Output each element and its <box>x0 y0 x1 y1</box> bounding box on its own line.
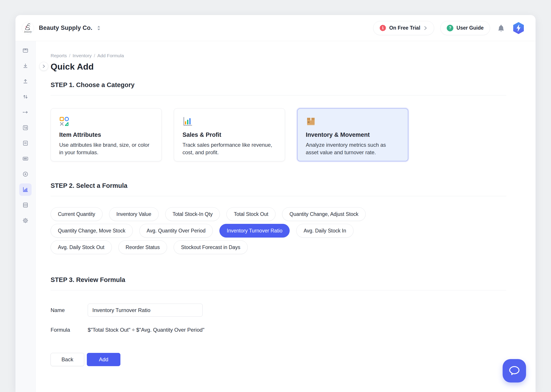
name-label: Name <box>51 307 88 313</box>
sidebar-item-add-new[interactable] <box>21 169 30 179</box>
sidebar-item-orders[interactable] <box>21 46 30 55</box>
breadcrumb-separator: / <box>94 53 95 58</box>
sidebar-nav <box>15 41 35 392</box>
app-window: beauty Beauty Supply Co. 1 On Free Trial <box>15 15 536 392</box>
formula-pill-total-stock-out[interactable]: Total Stock Out <box>226 207 276 221</box>
chat-bubble-icon <box>509 365 520 376</box>
section-divider <box>51 290 506 290</box>
sidebar-item-move[interactable] <box>21 107 30 117</box>
help-badge-icon: ? <box>447 25 453 31</box>
sidebar-item-transfer[interactable] <box>21 92 30 102</box>
company-name: Beauty Supply Co. <box>39 25 92 31</box>
user-avatar[interactable] <box>512 21 525 35</box>
shapes-icon <box>59 116 153 127</box>
sidebar-expand-button[interactable] <box>39 62 48 71</box>
trial-label: On Free Trial <box>389 25 420 31</box>
breadcrumb-add-formula[interactable]: Add Formula <box>98 53 124 58</box>
formula-pill-inventory-value[interactable]: Inventory Value <box>109 207 159 221</box>
formula-label: Formula <box>51 327 88 333</box>
sidebar-item-barcode[interactable] <box>21 154 30 163</box>
formula-pill-list: Current QuantityInventory ValueTotal Sto… <box>51 207 506 254</box>
trial-badge-icon: 1 <box>380 25 386 31</box>
free-trial-button[interactable]: 1 On Free Trial <box>373 21 434 35</box>
add-button[interactable]: Add <box>87 353 120 366</box>
back-button[interactable]: Back <box>51 353 84 366</box>
formula-pill-inventory-turnover-ratio[interactable]: Inventory Turnover Ratio <box>219 224 290 238</box>
category-card-inventory-movement[interactable]: Inventory & Movement Analyze inventory m… <box>297 108 408 161</box>
formula-pill-total-stock-in-qty[interactable]: Total Stock-In Qty <box>165 207 220 221</box>
chat-launcher-button[interactable] <box>503 359 526 383</box>
chevron-right-icon <box>423 25 428 31</box>
formula-pill-avg-daily-stock-out[interactable]: Avg. Daily Stock Out <box>51 240 112 254</box>
company-logo[interactable]: beauty <box>22 22 34 34</box>
category-card-item-attributes[interactable]: Item Attributes Use attributes like bran… <box>51 108 162 161</box>
notifications-bell-icon[interactable] <box>496 23 506 33</box>
package-icon <box>306 116 400 127</box>
sidebar-item-documents[interactable] <box>21 138 30 148</box>
top-header: beauty Beauty Supply Co. 1 On Free Trial <box>15 15 536 41</box>
category-card-sales-profit[interactable]: Sales & Profit Track sales performance l… <box>174 108 285 161</box>
breadcrumb-reports[interactable]: Reports <box>51 53 67 58</box>
section-divider <box>51 196 506 196</box>
formula-pill-reorder-status[interactable]: Reorder Status <box>119 240 167 254</box>
formula-pill-current-quantity[interactable]: Current Quantity <box>51 207 103 221</box>
sidebar-item-stock-out[interactable] <box>21 77 30 86</box>
formula-name-input[interactable] <box>88 304 202 317</box>
category-title: Inventory & Movement <box>306 132 400 138</box>
sidebar-item-settings[interactable] <box>21 216 30 225</box>
main-content: Reports / Inventory / Add Formula Quick … <box>35 41 536 392</box>
step1-heading: STEP 1. Choose a Category <box>51 81 506 89</box>
category-description: Use attributes like brand, size, or colo… <box>59 141 153 156</box>
category-title: Item Attributes <box>59 132 153 138</box>
category-description: Analyze inventory metrics such as asset … <box>306 141 400 156</box>
sidebar-item-database[interactable] <box>21 200 30 210</box>
company-switcher-icon[interactable] <box>96 25 101 31</box>
formula-pill-avg-daily-stock-in[interactable]: Avg. Daily Stock In <box>296 224 354 238</box>
sidebar-item-adjust[interactable] <box>21 123 30 133</box>
page-title: Quick Add <box>51 62 506 72</box>
sidebar-item-stock-in[interactable] <box>21 61 30 71</box>
breadcrumb-separator: / <box>69 53 70 58</box>
sidebar-item-reports[interactable] <box>19 183 32 196</box>
formula-pill-quantity-change-move-stock[interactable]: Quantity Change, Move Stock <box>51 224 133 238</box>
formula-pill-stockout-forecast-in-days[interactable]: Stockout Forecast in Days <box>174 240 247 254</box>
category-description: Track sales performance like revenue, co… <box>182 141 276 156</box>
formula-pill-avg-quantity-over-period[interactable]: Avg. Quantity Over Period <box>139 224 213 238</box>
step2-heading: STEP 2. Select a Formula <box>51 182 506 189</box>
formula-expression: $"Total Stock Out" ÷ $"Avg. Quantity Ove… <box>88 327 204 333</box>
page: beauty Beauty Supply Co. 1 On Free Trial <box>0 0 551 392</box>
breadcrumb: Reports / Inventory / Add Formula <box>51 53 506 58</box>
user-guide-label: User Guide <box>456 25 484 31</box>
svg-text:beauty: beauty <box>24 30 32 33</box>
category-cards: Item Attributes Use attributes like bran… <box>51 108 506 161</box>
formula-pill-quantity-change-adjust-stock[interactable]: Quantity Change, Adjust Stock <box>282 207 366 221</box>
category-title: Sales & Profit <box>182 132 276 138</box>
user-guide-button[interactable]: ? User Guide <box>440 21 490 35</box>
breadcrumb-inventory[interactable]: Inventory <box>72 53 91 58</box>
step3-heading: STEP 3. Review Formula <box>51 276 506 284</box>
bar-chart-icon <box>182 116 276 127</box>
